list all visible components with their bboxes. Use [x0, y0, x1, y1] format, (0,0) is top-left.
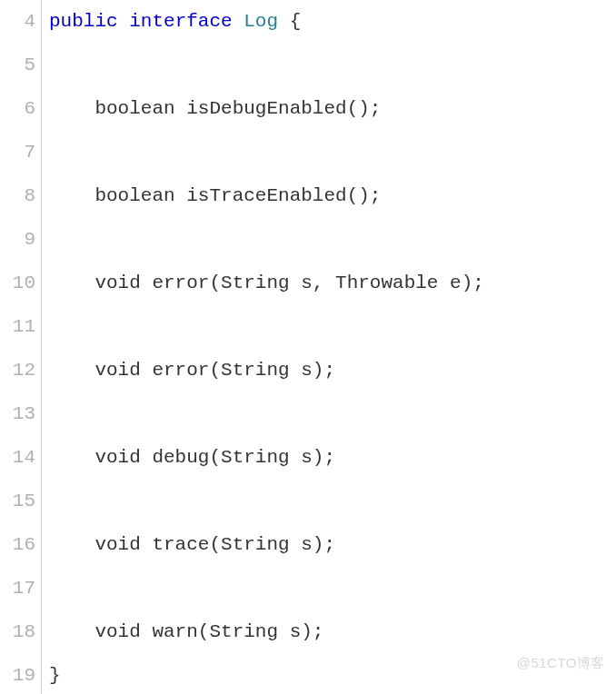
code-line: [49, 480, 616, 523]
code-line: boolean isDebugEnabled();: [49, 87, 616, 131]
line-number: 7: [0, 131, 35, 174]
line-number: 9: [0, 218, 35, 262]
code-line: [49, 44, 616, 87]
line-number: 13: [0, 392, 35, 436]
line-number: 17: [0, 567, 35, 610]
line-number: 14: [0, 436, 35, 480]
code-line: boolean isTraceEnabled();: [49, 174, 616, 218]
line-number-gutter: 45678910111213141516171819: [0, 0, 42, 694]
code-block: 45678910111213141516171819 public interf…: [0, 0, 616, 694]
line-number: 10: [0, 262, 35, 305]
code-content: public interface Log { boolean isDebugEn…: [42, 0, 616, 694]
line-number: 12: [0, 349, 35, 392]
code-line: void trace(String s);: [49, 523, 616, 567]
line-number: 16: [0, 523, 35, 567]
code-line: [49, 305, 616, 349]
code-line: void error(String s, Throwable e);: [49, 262, 616, 305]
code-line: void debug(String s);: [49, 436, 616, 480]
line-number: 15: [0, 480, 35, 523]
line-number: 4: [0, 0, 35, 44]
line-number: 8: [0, 174, 35, 218]
line-number: 19: [0, 654, 35, 694]
code-line: [49, 567, 616, 610]
code-line: void error(String s);: [49, 349, 616, 392]
line-number: 11: [0, 305, 35, 349]
code-line: [49, 392, 616, 436]
watermark: @51CTO博客: [517, 641, 605, 685]
line-number: 18: [0, 610, 35, 654]
code-line: [49, 131, 616, 174]
code-line: public interface Log {: [49, 0, 616, 44]
line-number: 5: [0, 44, 35, 87]
line-number: 6: [0, 87, 35, 131]
code-line: [49, 218, 616, 262]
